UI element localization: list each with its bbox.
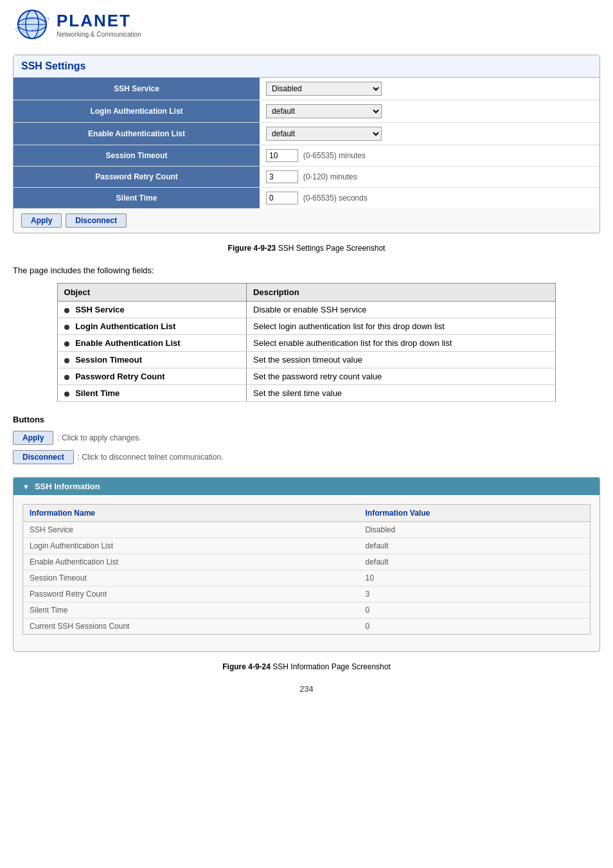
desc-object-cell: Enable Authentication List <box>57 335 247 352</box>
ssh-service-label: SSH Service <box>13 78 260 100</box>
session-timeout-row: Session Timeout (0-65535) minutes <box>13 145 600 167</box>
desc-description-cell: Set the silent time value <box>247 385 556 402</box>
disconnect-desc-text: : Click to disconnect telnet communicati… <box>78 453 224 462</box>
ssh-information-box: ▼ SSH Information Information Name Infor… <box>13 477 600 652</box>
info-col-name: Information Name <box>23 505 359 522</box>
info-table-row: Current SSH Sessions Count 0 <box>23 619 590 635</box>
col-description: Description <box>247 284 556 302</box>
arrow-icon: ▼ <box>22 483 30 491</box>
desc-object-cell: Silent Time <box>57 385 247 402</box>
ssh-information-title: ▼ SSH Information <box>13 478 600 495</box>
desc-description-cell: Disable or enable SSH service <box>247 302 556 318</box>
desc-object-text: Session Timeout <box>75 355 142 365</box>
desc-object-text: Login Authentication List <box>75 321 175 331</box>
bullet-icon <box>64 325 69 330</box>
figure2-caption-bold: Figure 4-9-24 <box>222 662 271 671</box>
info-table-row: SSH Service Disabled <box>23 522 590 538</box>
info-name-cell: Login Authentication List <box>23 538 359 554</box>
bullet-icon <box>64 308 69 313</box>
silent-time-unit: (0-65535) seconds <box>303 194 368 203</box>
desc-description-cell: Select login authentication list for thi… <box>247 318 556 335</box>
figure1-caption-text: SSH Settings Page Screenshot <box>278 244 386 253</box>
info-name-cell: SSH Service <box>23 522 359 538</box>
info-table-row: Session Timeout 10 <box>23 570 590 586</box>
logo-text: PLANET Networking & Communication <box>57 11 141 38</box>
info-table-row: Enable Authentication List default <box>23 554 590 570</box>
info-value-cell: default <box>359 554 590 570</box>
ssh-service-row: SSH Service Disabled Enabled <box>13 78 600 100</box>
ssh-information-table-wrapper: Information Name Information Value SSH S… <box>22 504 591 635</box>
desc-table-row: Session Timeout Set the session timeout … <box>57 352 556 368</box>
silent-time-input[interactable] <box>266 192 298 204</box>
enable-auth-value: default <box>260 123 600 145</box>
desc-description-cell: Select enable authentication list for th… <box>247 335 556 352</box>
silent-time-label: Silent Time <box>13 188 260 209</box>
figure1-caption: Figure 4-9-23 SSH Settings Page Screensh… <box>13 244 600 253</box>
password-retry-value: (0-120) minutes <box>260 167 600 188</box>
buttons-section-title: Buttons <box>13 415 600 424</box>
login-auth-value: default <box>260 100 600 123</box>
desc-object-text: SSH Service <box>75 305 125 314</box>
desc-object-cell: SSH Service <box>57 302 247 318</box>
desc-object-text: Password Retry Count <box>75 372 164 381</box>
description-intro: The page includes the following fields: <box>13 266 600 275</box>
buttons-section: Buttons Apply : Click to apply changes. … <box>13 415 600 464</box>
info-name-cell: Enable Authentication List <box>23 554 359 570</box>
figure2-caption: Figure 4-9-24 SSH Information Page Scree… <box>13 662 600 671</box>
disconnect-btn-desc-row: Disconnect : Click to disconnect telnet … <box>13 450 600 464</box>
desc-object-cell: Login Authentication List <box>57 318 247 335</box>
info-value-cell: 10 <box>359 570 590 586</box>
col-object: Object <box>57 284 247 302</box>
ssh-settings-table: SSH Service Disabled Enabled Login Authe… <box>13 78 600 208</box>
apply-btn-desc-row: Apply : Click to apply changes. <box>13 431 600 445</box>
info-col-value: Information Value <box>359 505 590 522</box>
info-table-row: Password Retry Count 3 <box>23 586 590 602</box>
apply-button-1[interactable]: Apply <box>21 213 62 228</box>
enable-auth-select[interactable]: default <box>266 127 382 141</box>
bullet-icon <box>64 392 69 397</box>
desc-object-text: Enable Authentication List <box>75 338 180 348</box>
info-value-cell: 0 <box>359 619 590 635</box>
info-value-cell: default <box>359 538 590 554</box>
desc-table-row: Login Authentication List Select login a… <box>57 318 556 335</box>
info-table-row: Silent Time 0 <box>23 602 590 619</box>
desc-table-row: Silent Time Set the silent time value <box>57 385 556 402</box>
info-name-cell: Session Timeout <box>23 570 359 586</box>
session-timeout-label: Session Timeout <box>13 145 260 167</box>
desc-table-row: Enable Authentication List Select enable… <box>57 335 556 352</box>
info-name-cell: Silent Time <box>23 602 359 619</box>
login-auth-select[interactable]: default <box>266 104 382 118</box>
apply-desc-text: : Click to apply changes. <box>57 433 141 442</box>
ssh-settings-title: SSH Settings <box>13 55 600 78</box>
silent-time-value: (0-65535) seconds <box>260 188 600 209</box>
silent-time-row: Silent Time (0-65535) seconds <box>13 188 600 209</box>
session-timeout-value: (0-65535) minutes <box>260 145 600 167</box>
desc-description-cell: Set the password retry count value <box>247 368 556 385</box>
desc-description-cell: Set the session timeout value <box>247 352 556 368</box>
bullet-icon <box>64 375 69 380</box>
disconnect-button-1[interactable]: Disconnect <box>66 213 127 228</box>
password-retry-input[interactable] <box>266 170 298 183</box>
ssh-service-value: Disabled Enabled <box>260 78 600 100</box>
desc-object-cell: Password Retry Count <box>57 368 247 385</box>
description-table: Object Description SSH Service Disable o… <box>57 283 556 402</box>
ssh-service-select[interactable]: Disabled Enabled <box>266 82 382 96</box>
login-auth-row: Login Authentication List default <box>13 100 600 123</box>
password-retry-unit: (0-120) minutes <box>303 172 357 181</box>
ssh-information-title-text: SSH Information <box>35 482 100 491</box>
desc-table-header-row: Object Description <box>57 284 556 302</box>
desc-object-text: Silent Time <box>75 388 120 398</box>
figure1-caption-bold: Figure 4-9-23 <box>228 244 276 253</box>
ssh-information-table: Information Name Information Value SSH S… <box>23 505 590 634</box>
session-timeout-input[interactable] <box>266 149 298 162</box>
info-table-row: Login Authentication List default <box>23 538 590 554</box>
disconnect-button-2[interactable]: Disconnect <box>13 450 74 464</box>
logo-sub-label: Networking & Communication <box>57 31 141 38</box>
apply-button-2[interactable]: Apply <box>13 431 53 445</box>
page-number: 234 <box>13 684 600 694</box>
ssh-settings-box: SSH Settings SSH Service Disabled Enable… <box>13 55 600 233</box>
password-retry-label: Password Retry Count <box>13 167 260 188</box>
settings-buttons-row: Apply Disconnect <box>13 208 600 233</box>
info-value-cell: 3 <box>359 586 590 602</box>
info-table-header-row: Information Name Information Value <box>23 505 590 522</box>
